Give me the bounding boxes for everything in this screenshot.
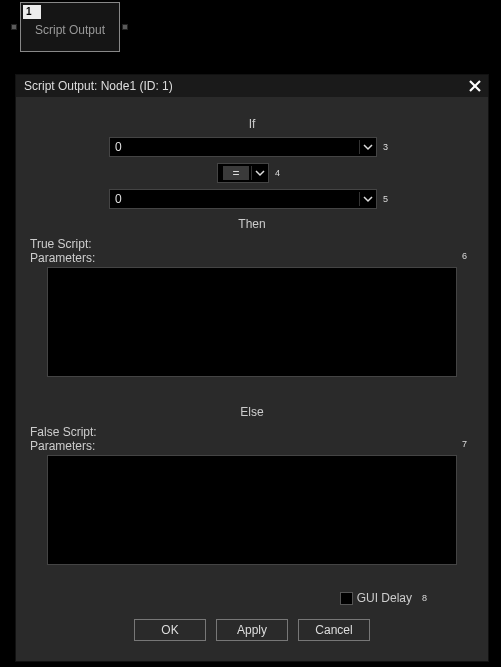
if-operator-value: = (223, 166, 249, 180)
row-number: 8 (422, 593, 434, 603)
row-number: 4 (275, 168, 287, 178)
false-script-params[interactable] (47, 455, 457, 565)
true-params-label: Parameters: (30, 251, 95, 265)
apply-button[interactable]: Apply (216, 619, 288, 641)
if-operand2-value: 0 (115, 192, 122, 206)
dialog-titlebar: Script Output: Node1 (ID: 1) (16, 75, 488, 97)
then-header: Then (30, 217, 474, 231)
row-number: 6 (462, 251, 474, 261)
node-label: Script Output (21, 23, 119, 37)
close-icon (468, 79, 482, 93)
close-button[interactable] (466, 77, 484, 95)
node-block[interactable]: 1 Script Output (20, 2, 120, 52)
if-operator-select[interactable]: = (217, 163, 269, 183)
cancel-button[interactable]: Cancel (298, 619, 370, 641)
dialog-button-row: OK Apply Cancel (30, 619, 474, 641)
if-operand1-value: 0 (115, 140, 122, 154)
gui-delay-label: GUI Delay (357, 591, 412, 605)
script-output-dialog: Script Output: Node1 (ID: 1) If 0 3 = (15, 74, 489, 662)
row-number: 3 (383, 142, 395, 152)
gui-delay-checkbox[interactable] (340, 592, 353, 605)
false-script-label: False Script: (30, 425, 474, 439)
dialog-title: Script Output: Node1 (ID: 1) (24, 79, 173, 93)
ok-button[interactable]: OK (134, 619, 206, 641)
false-params-label: Parameters: (30, 439, 95, 453)
true-script-label: True Script: (30, 237, 474, 251)
chevron-down-icon (359, 192, 373, 206)
chevron-down-icon (251, 166, 265, 180)
else-header: Else (30, 405, 474, 419)
node-input-connector[interactable] (11, 24, 17, 30)
node-output-connector[interactable] (122, 24, 128, 30)
if-operand1-select[interactable]: 0 (109, 137, 377, 157)
node-index: 1 (23, 5, 41, 19)
chevron-down-icon (359, 140, 373, 154)
if-header: If (30, 117, 474, 131)
row-number: 7 (462, 439, 474, 449)
row-number: 5 (383, 194, 395, 204)
true-script-params[interactable] (47, 267, 457, 377)
if-operand2-select[interactable]: 0 (109, 189, 377, 209)
